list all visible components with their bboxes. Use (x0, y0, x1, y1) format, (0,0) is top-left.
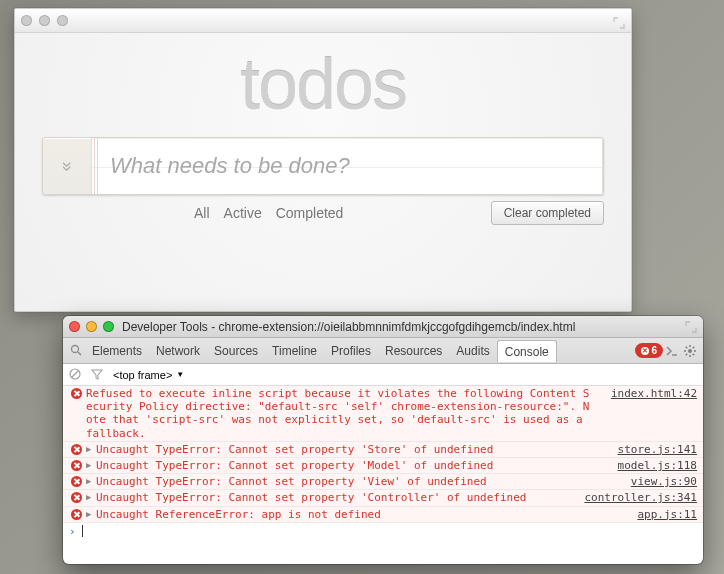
tab-resources[interactable]: Resources (378, 338, 449, 363)
chevron-down-icon: » (56, 161, 77, 171)
traffic-lights (21, 15, 68, 26)
error-icon (69, 459, 83, 472)
app-window: todos » What needs to be done? All Activ… (14, 8, 632, 312)
tab-sources[interactable]: Sources (207, 338, 265, 363)
devtools-window: Developer Tools - chrome-extension://oie… (63, 316, 703, 564)
filter-active[interactable]: Active (224, 205, 262, 221)
console-prompt[interactable]: › (63, 523, 703, 540)
frame-selector-label: <top frame> (113, 369, 172, 381)
tab-timeline[interactable]: Timeline (265, 338, 324, 363)
new-todo-placeholder: What needs to be done? (92, 153, 350, 179)
expand-icon[interactable] (613, 15, 625, 27)
expand-triangle-icon[interactable]: ▶ (86, 476, 95, 487)
filter-completed[interactable]: Completed (276, 205, 344, 221)
tab-audits[interactable]: Audits (449, 338, 496, 363)
console-source-link[interactable]: app.js:11 (625, 508, 697, 521)
minimize-dot[interactable] (86, 321, 97, 332)
error-count: 6 (651, 345, 657, 356)
footer-row: All Active Completed Clear completed (42, 201, 604, 225)
svg-point-0 (71, 346, 78, 353)
console-error-row[interactable]: ▶Uncaught TypeError: Cannot set property… (63, 442, 703, 458)
devtools-traffic-lights (69, 321, 114, 332)
console-message: Uncaught TypeError: Cannot set property … (96, 443, 606, 456)
zoom-dot[interactable] (57, 15, 68, 26)
console-message: Uncaught TypeError: Cannot set property … (96, 459, 606, 472)
tab-console[interactable]: Console (497, 340, 557, 362)
error-icon: ✕ (641, 347, 649, 355)
console-context-bar: <top frame> ▼ (63, 364, 703, 386)
app-title: todos (240, 43, 406, 125)
app-body: todos » What needs to be done? All Activ… (15, 33, 631, 311)
tab-network[interactable]: Network (149, 338, 207, 363)
devtools-titlebar[interactable]: Developer Tools - chrome-extension://oie… (63, 316, 703, 338)
console-message: Refused to execute inline script because… (86, 387, 599, 440)
error-icon (69, 443, 83, 456)
error-count-badge[interactable]: ✕ 6 (635, 343, 663, 358)
svg-line-4 (72, 370, 79, 377)
expand-triangle-icon[interactable]: ▶ (86, 444, 95, 455)
clear-console-icon[interactable] (69, 368, 81, 382)
toggle-all-button[interactable]: » (43, 138, 91, 194)
console-source-link[interactable]: store.js:141 (606, 443, 697, 456)
tab-profiles[interactable]: Profiles (324, 338, 378, 363)
toggle-drawer-icon[interactable] (663, 345, 681, 357)
console-source-link[interactable]: view.js:90 (619, 475, 697, 488)
expand-triangle-icon[interactable]: ▶ (86, 460, 95, 471)
console-error-row[interactable]: ▶Uncaught TypeError: Cannot set property… (63, 474, 703, 490)
console-error-row[interactable]: ▶Uncaught TypeError: Cannot set property… (63, 458, 703, 474)
error-icon (69, 387, 83, 400)
devtools-tabs: Elements Network Sources Timeline Profil… (63, 338, 703, 364)
error-icon (69, 508, 83, 521)
console-source-link[interactable]: model.js:118 (606, 459, 697, 472)
minimize-dot[interactable] (39, 15, 50, 26)
svg-point-2 (688, 349, 692, 353)
console-message: Uncaught TypeError: Cannot set property … (96, 475, 619, 488)
expand-icon[interactable] (685, 321, 697, 333)
app-titlebar[interactable] (15, 9, 631, 33)
filters: All Active Completed (194, 205, 343, 221)
settings-icon[interactable] (681, 344, 699, 358)
error-icon (69, 491, 83, 504)
console-error-row[interactable]: Refused to execute inline script because… (63, 386, 703, 442)
prompt-caret-icon: › (69, 525, 76, 538)
clear-completed-button[interactable]: Clear completed (491, 201, 604, 225)
console-source-link[interactable]: controller.js:341 (572, 491, 697, 504)
console-message: Uncaught ReferenceError: app is not defi… (96, 508, 625, 521)
console-error-row[interactable]: ▶Uncaught TypeError: Cannot set property… (63, 490, 703, 506)
close-dot[interactable] (21, 15, 32, 26)
svg-line-1 (78, 352, 81, 355)
devtools-title-text: Developer Tools - chrome-extension://oie… (122, 320, 679, 334)
console-error-row[interactable]: ▶Uncaught ReferenceError: app is not def… (63, 507, 703, 523)
close-dot[interactable] (69, 321, 80, 332)
error-icon (69, 475, 83, 488)
chevron-down-icon: ▼ (176, 370, 184, 379)
console-source-link[interactable]: index.html:42 (599, 387, 697, 400)
tab-elements[interactable]: Elements (85, 338, 149, 363)
zoom-dot[interactable] (103, 321, 114, 332)
expand-triangle-icon[interactable]: ▶ (86, 509, 95, 520)
text-cursor (82, 525, 83, 537)
expand-triangle-icon[interactable]: ▶ (86, 492, 95, 503)
new-todo-row: » What needs to be done? (42, 137, 604, 195)
filter-all[interactable]: All (194, 205, 210, 221)
frame-selector[interactable]: <top frame> ▼ (113, 369, 184, 381)
console-output[interactable]: Refused to execute inline script because… (63, 386, 703, 564)
new-todo-input[interactable]: What needs to be done? (91, 138, 603, 194)
filter-icon[interactable] (91, 368, 103, 382)
inspect-icon[interactable] (67, 344, 85, 357)
console-message: Uncaught TypeError: Cannot set property … (96, 491, 572, 504)
